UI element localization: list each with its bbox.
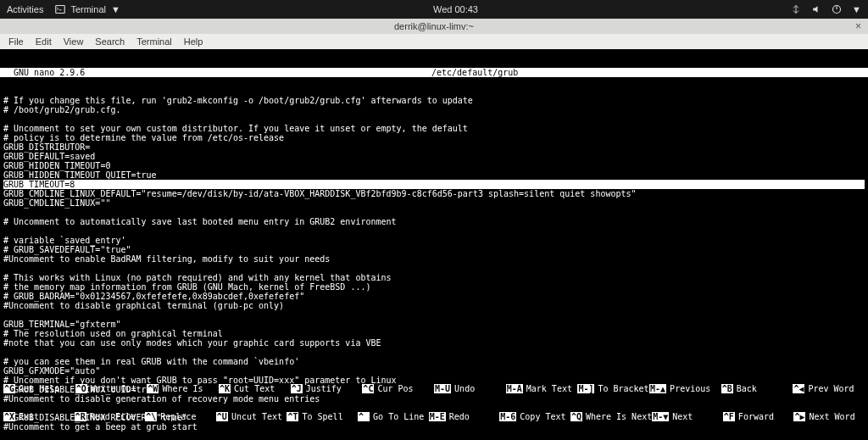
shortcut-key: ^B	[721, 384, 733, 393]
editor-line	[3, 226, 865, 236]
shortcut-key: M-6	[499, 412, 516, 421]
shortcut-key: M-▼	[652, 412, 669, 421]
editor-line: GRUB_HIDDEN_TIMEOUT_QUIET=true	[3, 170, 865, 180]
editor-line: # policy is to determine the value from …	[3, 133, 865, 142]
nano-shortcut: ^UUncut Text	[216, 412, 287, 421]
shortcut-key: M-▲	[649, 384, 666, 393]
menubar: File Edit View Search Terminal Help	[0, 34, 868, 49]
audio-icon	[811, 4, 821, 14]
shortcut-label: Copy Text	[520, 412, 565, 421]
nano-shortcut: M-]To Bracket	[577, 384, 649, 393]
nano-shortcut: M-6Copy Text	[499, 412, 570, 421]
activities-button[interactable]: Activities	[7, 4, 43, 14]
shortcut-key: ^O	[75, 384, 87, 393]
editor-line: # the memory map information from GRUB (…	[3, 282, 865, 292]
nano-shortcut: ^TTo Spell	[287, 412, 358, 421]
editor-line: # The resolution used on graphical termi…	[3, 329, 865, 338]
shortcut-key: ^W	[147, 384, 159, 393]
active-app[interactable]: Terminal ▼	[55, 4, 120, 14]
shortcut-label: Where Is	[162, 384, 203, 393]
shortcut-key: ^T	[287, 412, 298, 421]
system-menu-arrow: ▼	[852, 4, 861, 14]
nano-shortcut: M-UUndo	[434, 384, 506, 393]
nano-shortcut: ^CCur Pos	[362, 384, 434, 393]
shortcut-key: ^◀	[793, 384, 804, 393]
menu-terminal[interactable]: Terminal	[131, 35, 177, 48]
menu-view[interactable]: View	[58, 35, 89, 48]
editor-line: GRUB_CMDLINE_LINUX_DEFAULT="resume=/dev/…	[3, 189, 865, 198]
shortcut-label: Go To Line	[373, 412, 424, 421]
shortcut-label: Get Help	[19, 384, 59, 393]
power-icon	[832, 4, 842, 14]
nano-shortcut-bar: ^GGet Help^OWrite Out^WWhere Is^KCut Tex…	[0, 365, 868, 440]
shortcut-key: M-]	[577, 384, 594, 393]
window-title: derrik@linux-limv:~	[394, 21, 474, 31]
nano-version: GNU nano 2.9.6	[3, 68, 85, 77]
shortcut-key: ^C	[362, 384, 374, 393]
editor-line: # GRUB_SAVEDEFAULT="true"	[3, 245, 865, 254]
nano-shortcut: M-AMark Text	[506, 384, 578, 393]
gnome-topbar: Activities Terminal ▼ Wed 00:43 ▼	[0, 0, 868, 19]
system-tray[interactable]: ▼	[791, 4, 861, 14]
close-icon[interactable]: ×	[855, 20, 861, 32]
shortcut-label: Cut Text	[234, 384, 275, 393]
shortcut-label: Undo	[454, 384, 475, 393]
app-name-label: Terminal	[70, 4, 106, 14]
menu-edit[interactable]: Edit	[31, 35, 57, 48]
nano-shortcut: M-ERedo	[429, 412, 500, 421]
editor-line: # Uncomment to automatically save last b…	[3, 217, 865, 226]
app-menu-arrow: ▼	[111, 4, 120, 14]
terminal-window: derrik@linux-limv:~ × File Edit View Sea…	[0, 19, 868, 440]
editor-line	[3, 310, 865, 320]
nano-shortcut: ^XExit	[3, 412, 75, 421]
editor-line: GRUB_DISTRIBUTOR=	[3, 142, 865, 152]
shortcut-label: Justify	[306, 384, 342, 393]
editor-line: #note that you can use only modes which …	[3, 338, 865, 348]
svg-rect-0	[56, 6, 65, 14]
shortcut-key: ^▶	[793, 412, 805, 421]
shortcut-label: Redo	[449, 412, 470, 421]
shortcut-key: ^J	[291, 384, 303, 393]
editor-line	[3, 348, 865, 357]
shortcut-key: M-U	[434, 384, 451, 393]
shortcut-key: ^K	[219, 384, 231, 393]
editor-line-cursor: GRUB_TIMEOUT=8	[3, 180, 865, 189]
terminal-area[interactable]: GNU nano 2.9.6 /etc/default/grub # If yo…	[0, 49, 868, 440]
nano-shortcut: ^\Replace	[145, 412, 216, 421]
editor-line	[3, 208, 865, 217]
editor-line: #Uncomment to enable BadRAM filtering, m…	[3, 254, 865, 264]
shortcut-label: Forward	[738, 412, 774, 421]
terminal-icon	[55, 4, 65, 14]
menu-file[interactable]: File	[3, 35, 29, 48]
nano-filename: /etc/default/grub	[85, 68, 865, 77]
clock[interactable]: Wed 00:43	[433, 4, 478, 14]
shortcut-key: ^X	[3, 412, 15, 421]
shortcut-label: Next Word	[809, 412, 854, 421]
shortcut-label: Previous	[670, 384, 710, 393]
shortcut-key: ^G	[3, 384, 15, 393]
nano-shortcut: ^RRead File	[75, 412, 146, 421]
shortcut-label: Next	[672, 412, 693, 421]
window-titlebar[interactable]: derrik@linux-limv:~ ×	[0, 19, 868, 34]
editor-line: # Uncomment to set your own custom distr…	[3, 124, 865, 133]
nano-shortcut: ^WWhere Is	[147, 384, 219, 393]
menu-search[interactable]: Search	[90, 35, 130, 48]
editor-line: GRUB_DEFAULT=saved	[3, 152, 865, 161]
shortcut-label: Write Out	[91, 384, 136, 393]
shortcut-label: Cur Pos	[377, 384, 413, 393]
nano-shortcut: ^KCut Text	[219, 384, 291, 393]
editor-line: # GRUB_BADRAM="0x01234567,0xfefefefe,0x8…	[3, 292, 865, 301]
shortcut-key: ^_	[358, 412, 370, 421]
editor-line: # /boot/grub2/grub.cfg.	[3, 105, 865, 114]
shortcut-label: To Spell	[302, 412, 342, 421]
editor-line: # variable `saved_entry'	[3, 236, 865, 245]
shortcut-label: Mark Text	[526, 384, 572, 393]
menu-help[interactable]: Help	[179, 35, 209, 48]
shortcut-key: M-A	[506, 384, 523, 393]
editor-line: GRUB_CMDLINE_LINUX=""	[3, 198, 865, 208]
shortcut-label: Prev Word	[808, 384, 854, 393]
shortcut-key: ^U	[216, 412, 228, 421]
editor-line: GRUB_TERMINAL="gfxterm"	[3, 320, 865, 329]
shortcut-key: ^\	[145, 412, 157, 421]
shortcut-label: To Bracket	[598, 384, 648, 393]
